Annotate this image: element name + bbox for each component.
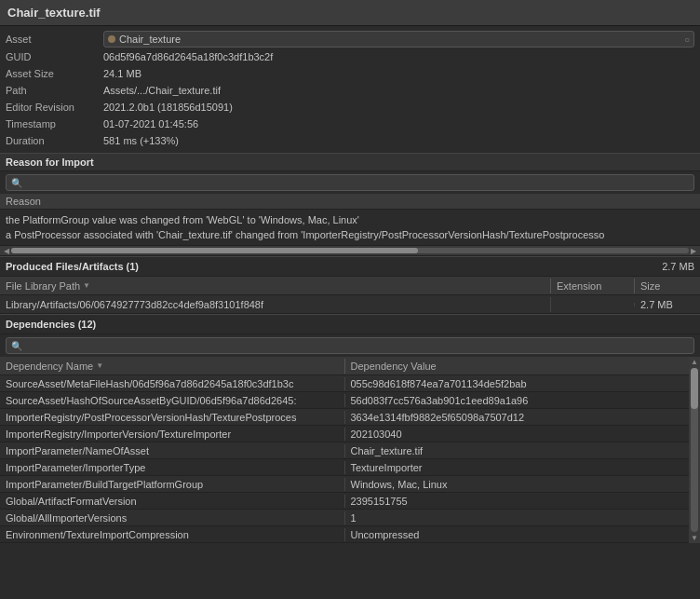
cell-size: 2.7 MB xyxy=(635,297,700,312)
deps-table-wrapper: Dependency Name ▼ Dependency Value Sourc… xyxy=(0,357,700,543)
dep-cell-value: 1 xyxy=(345,511,690,524)
editor-revision-row: Editor Revision 2021.2.0b1 (181856d15091… xyxy=(0,99,700,116)
deps-table-row[interactable]: Global/ArtifactFormatVersion2395151755 xyxy=(0,493,689,510)
dep-cell-value: 2395151755 xyxy=(345,495,690,508)
scroll-right-arrow[interactable]: ▶ xyxy=(689,247,698,255)
produced-files-table-header: File Library Path ▼ Extension Size xyxy=(0,277,700,295)
dep-cell-name: ImportParameter/NameOfAsset xyxy=(0,444,345,457)
produced-files-table-content: File Library Path ▼ Extension Size Libra… xyxy=(0,277,700,314)
dep-cell-name: Global/ArtifactFormatVersion xyxy=(0,495,345,508)
deps-search-input[interactable]: 🔍 xyxy=(6,337,694,354)
guid-label: GUID xyxy=(6,51,103,62)
search-icon: 🔍 xyxy=(11,178,22,188)
asset-size-value: 24.1 MB xyxy=(103,68,694,79)
duration-row: Duration 581 ms (+133%) xyxy=(0,132,700,149)
deps-rows-container: SourceAsset/MetaFileHash/06d5f96a7d86d26… xyxy=(0,375,689,543)
deps-scroll-track[interactable] xyxy=(691,368,698,532)
duration-value: 581 ms (+133%) xyxy=(103,135,694,146)
dep-cell-name: ImportParameter/ImporterType xyxy=(0,461,345,474)
deps-table-content: Dependency Name ▼ Dependency Value Sourc… xyxy=(0,357,689,543)
deps-table-row[interactable]: ImporterRegistry/PostProcessorVersionHas… xyxy=(0,409,689,426)
scroll-track[interactable] xyxy=(11,248,689,253)
asset-select-icon[interactable]: ○ xyxy=(684,34,690,45)
deps-table-row[interactable]: Environment/TextureImportCompressionUnco… xyxy=(0,526,689,543)
timestamp-row: Timestamp 01-07-2021 01:45:56 xyxy=(0,116,700,132)
dependencies-header: Dependencies (12) xyxy=(0,314,700,334)
scroll-thumb[interactable] xyxy=(11,248,418,253)
reason-line-1: the PlatformGroup value was changed from… xyxy=(6,212,694,227)
path-label: Path xyxy=(6,85,103,96)
dep-cell-name: SourceAsset/MetaFileHash/06d5f96a7d86d26… xyxy=(0,377,345,390)
duration-label: Duration xyxy=(6,135,103,146)
deps-table-row[interactable]: ImportParameter/NameOfAssetChair_texture… xyxy=(0,442,689,459)
col-size: Size xyxy=(635,279,700,293)
produced-files-section: Produced Files/Artifacts (1) 2.7 MB File… xyxy=(0,256,700,314)
col-dependency-name: Dependency Name ▼ xyxy=(0,359,345,374)
dep-cell-value: Windows, Mac, Linux xyxy=(345,478,690,491)
produced-files-header: Produced Files/Artifacts (1) 2.7 MB xyxy=(0,256,700,277)
dep-cell-name: ImportParameter/BuildTargetPlatformGroup xyxy=(0,478,345,491)
scroll-left-arrow[interactable]: ◀ xyxy=(2,247,11,255)
asset-label: Asset xyxy=(6,34,103,45)
produced-files-title: Produced Files/Artifacts (1) xyxy=(6,261,139,272)
reason-search-bar: 🔍 xyxy=(0,171,700,194)
path-row: Path Assets/.../Chair_texture.tif xyxy=(0,82,700,99)
produced-files-table: File Library Path ▼ Extension Size Libra… xyxy=(0,277,700,314)
timestamp-label: Timestamp xyxy=(6,118,103,129)
guid-row: GUID 06d5f96a7d86d2645a18f0c3df1b3c2f xyxy=(0,48,700,65)
path-value: Assets/.../Chair_texture.tif xyxy=(103,85,694,96)
reason-for-import-header: Reason for Import xyxy=(0,153,700,171)
deps-vertical-scrollbar[interactable]: ▲ ▼ xyxy=(689,357,700,543)
col-extension: Extension xyxy=(551,279,635,293)
reason-horizontal-scrollbar[interactable]: ◀ ▶ xyxy=(0,245,700,256)
deps-table-header: Dependency Name ▼ Dependency Value xyxy=(0,357,689,375)
deps-search-icon: 🔍 xyxy=(11,341,22,351)
reason-for-import-section: Reason for Import 🔍 Reason the PlatformG… xyxy=(0,153,700,256)
asset-row: Asset Chair_texture ○ xyxy=(0,30,700,48)
asset-field[interactable]: Chair_texture ○ xyxy=(103,31,694,48)
cell-path: Library/Artifacts/06/0674927773d82cc4def… xyxy=(0,297,551,312)
dep-cell-name: SourceAsset/HashOfSourceAssetByGUID/06d5… xyxy=(0,394,345,407)
cell-extension xyxy=(551,303,635,306)
deps-table-row[interactable]: Global/AllImporterVersions1 xyxy=(0,510,689,526)
dep-cell-value: 055c98d618f874ea7a701134de5f2bab xyxy=(345,377,690,390)
deps-table-row[interactable]: SourceAsset/MetaFileHash/06d5f96a7d86d26… xyxy=(0,375,689,392)
dep-cell-name: ImporterRegistry/ImporterVersion/Texture… xyxy=(0,428,345,441)
dep-cell-value: 202103040 xyxy=(345,428,690,441)
info-section: Asset Chair_texture ○ GUID 06d5f96a7d86d… xyxy=(0,26,700,153)
title-bar: Chair_texture.tif xyxy=(0,0,700,26)
dep-cell-name: Environment/TextureImportCompression xyxy=(0,528,345,541)
deps-table-row[interactable]: ImportParameter/ImporterTypeTextureImpor… xyxy=(0,459,689,476)
deps-search-bar: 🔍 xyxy=(0,334,700,357)
reason-line-2: a PostProcessor associated with 'Chair_t… xyxy=(6,227,694,242)
reason-column-header: Reason xyxy=(0,194,700,210)
reason-search-input[interactable]: 🔍 xyxy=(6,174,694,191)
dependencies-section: Dependencies (12) 🔍 Dependency Name ▼ De… xyxy=(0,314,700,543)
scroll-up-arrow[interactable]: ▲ xyxy=(690,357,699,367)
asset-field-text: Chair_texture xyxy=(119,34,680,45)
guid-value: 06d5f96a7d86d2645a18f0c3df1b3c2f xyxy=(103,51,694,62)
deps-table-row[interactable]: ImportParameter/BuildTargetPlatformGroup… xyxy=(0,476,689,493)
asset-size-label: Asset Size xyxy=(6,68,103,79)
dep-cell-name: Global/AllImporterVersions xyxy=(0,511,345,524)
produced-files-total-size: 2.7 MB xyxy=(662,261,694,272)
deps-table-row[interactable]: SourceAsset/HashOfSourceAssetByGUID/06d5… xyxy=(0,392,689,409)
table-row[interactable]: Library/Artifacts/06/0674927773d82cc4def… xyxy=(0,295,700,314)
deps-table-row[interactable]: ImporterRegistry/ImporterVersion/Texture… xyxy=(0,426,689,442)
deps-scroll-thumb[interactable] xyxy=(691,368,698,409)
editor-revision-value: 2021.2.0b1 (181856d15091) xyxy=(103,102,694,113)
dependencies-title: Dependencies (12) xyxy=(6,319,96,330)
col-dependency-value: Dependency Value xyxy=(345,359,690,374)
dep-cell-value: Uncompressed xyxy=(345,528,690,541)
asset-dot-icon xyxy=(108,35,115,43)
timestamp-value: 01-07-2021 01:45:56 xyxy=(103,118,694,129)
window-title: Chair_texture.tif xyxy=(7,6,101,20)
scroll-down-arrow[interactable]: ▼ xyxy=(690,533,699,543)
dep-cell-value: TextureImporter xyxy=(345,461,690,474)
editor-revision-label: Editor Revision xyxy=(6,102,103,113)
reason-text-area: the PlatformGroup value was changed from… xyxy=(0,210,700,245)
sort-icon: ▼ xyxy=(83,281,90,290)
dep-cell-value: 56d083f7cc576a3ab901c1eed89a1a96 xyxy=(345,394,690,407)
dep-cell-value: 3634e1314fbf9882e5f65098a7507d12 xyxy=(345,411,690,424)
col-file-library-path: File Library Path ▼ xyxy=(0,279,551,293)
